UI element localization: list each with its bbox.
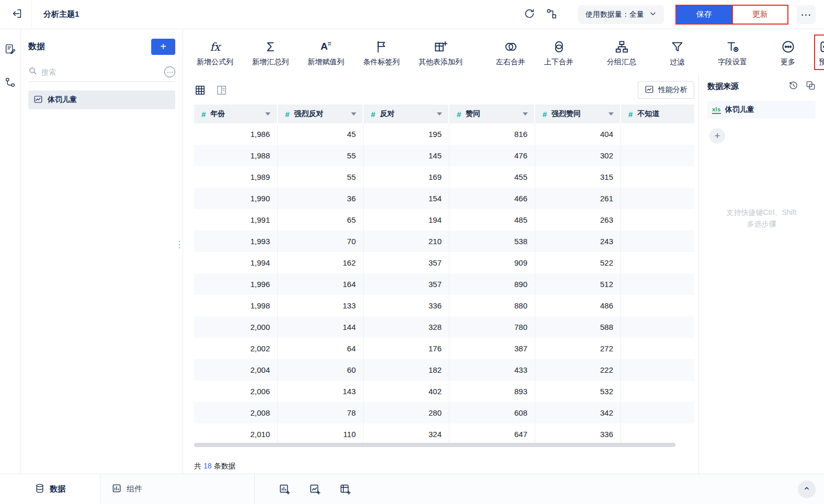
source-step-item[interactable]: xls 体罚儿童 [707,101,816,119]
table-cell[interactable]: 169 [364,166,449,188]
table-cell[interactable]: 532 [535,381,621,402]
table-cell[interactable]: 133 [278,295,364,316]
table-cell[interactable]: 608 [449,402,535,423]
tab-data[interactable]: 数据 [0,474,100,504]
column-dropdown-icon[interactable] [265,112,270,116]
data-volume-dropdown[interactable]: 使用数据量：全量 [578,5,664,24]
table-cell[interactable] [621,166,694,188]
table-cell[interactable]: 64 [278,338,364,359]
table-cell[interactable]: 144 [278,316,364,338]
table-cell[interactable]: 538 [449,231,535,252]
table-cell[interactable] [621,123,694,145]
table-cell[interactable]: 263 [535,209,621,231]
toolbar-condition-tag-column[interactable]: 条件标签列 [363,38,400,67]
toolbar-preview[interactable]: 预览 [819,38,824,67]
table-cell[interactable]: 272 [535,338,621,359]
table-cell[interactable]: 36 [278,188,364,209]
table-cell[interactable]: 182 [364,359,449,381]
table-cell[interactable] [621,402,694,423]
table-cell[interactable] [621,316,694,338]
table-cell[interactable]: 2,006 [194,381,278,402]
table-cell[interactable]: 302 [535,145,621,166]
add-data-button[interactable]: + [151,39,175,55]
table-cell[interactable]: 1,994 [194,252,278,273]
table-cell[interactable]: 2,000 [194,316,278,338]
table-cell[interactable]: 315 [535,166,621,188]
table-cell[interactable]: 195 [364,123,449,145]
table-cell[interactable]: 210 [364,231,449,252]
toolbar-more[interactable]: 更多 [781,38,795,67]
sidebar-resize-handle[interactable]: ⋮ [175,242,184,248]
arrange-icon[interactable] [806,81,816,93]
table-cell[interactable]: 402 [364,381,449,402]
table-cell[interactable] [621,188,694,209]
add-step-button[interactable]: + [709,128,725,144]
table-cell[interactable]: 194 [364,209,449,231]
performance-analysis-button[interactable]: 性能分析 [638,81,694,99]
table-cell[interactable]: 893 [449,381,535,402]
table-cell[interactable]: 162 [278,252,364,273]
table-cell[interactable]: 357 [364,273,449,295]
toolbar-assign-column[interactable]: A= 新增赋值列 [308,38,344,67]
table-cell[interactable]: 2,010 [194,423,278,445]
table-cell[interactable]: 1,988 [194,145,278,166]
table-cell[interactable]: 455 [449,166,535,188]
table-cell[interactable]: 65 [278,209,364,231]
column-dropdown-icon[interactable] [437,112,442,116]
table-cell[interactable] [621,231,694,252]
bar-chart-add-icon[interactable] [276,480,294,498]
toolbar-merge-left-right[interactable]: 左右合并 [496,38,525,67]
grid-view-toggle[interactable] [194,84,206,96]
column-dropdown-icon[interactable] [608,112,614,116]
table-cell[interactable]: 357 [364,252,449,273]
update-button[interactable]: 更新 [732,6,787,24]
table-cell[interactable] [621,295,694,316]
column-dropdown-icon[interactable] [351,112,356,116]
table-cell[interactable] [621,145,694,166]
table-column-header[interactable]: # 强烈反对 [278,105,364,123]
tab-components[interactable]: 组件 [100,474,255,504]
table-cell[interactable]: 1,990 [194,188,278,209]
table-cell[interactable]: 404 [535,123,621,145]
table-column-header[interactable]: # 反对 [364,105,449,123]
table-cell[interactable]: 2,004 [194,359,278,381]
toolbar-merge-top-bottom[interactable]: 上下合并 [544,38,573,67]
save-button[interactable]: 保存 [676,6,732,24]
table-cell[interactable] [621,359,694,381]
table-cell[interactable]: 164 [278,273,364,295]
table-cell[interactable]: 1,991 [194,209,278,231]
lineage-button[interactable] [543,6,560,24]
table-cell[interactable]: 176 [364,338,449,359]
toolbar-formula-column[interactable]: fx 新增公式列 [197,38,233,67]
collapse-panel-button[interactable] [798,480,816,498]
card-view-toggle[interactable] [216,84,228,96]
column-dropdown-icon[interactable] [523,112,528,116]
horizontal-scrollbar[interactable] [194,443,675,447]
table-cell[interactable]: 143 [278,381,364,402]
search-more-icon[interactable]: ⋯ [164,66,175,77]
table-cell[interactable] [621,338,694,359]
table-cell[interactable]: 222 [535,359,621,381]
table-cell[interactable]: 433 [449,359,535,381]
table-cell[interactable]: 336 [535,423,621,445]
toolbar-other-table-column[interactable]: 其他表添加列 [419,38,462,67]
table-cell[interactable]: 55 [278,145,364,166]
header-more-button[interactable]: ⋯ [797,5,816,24]
search-input[interactable] [41,68,160,76]
table-cell[interactable] [621,381,694,402]
table-cell[interactable]: 145 [364,145,449,166]
table-cell[interactable]: 880 [449,295,535,316]
table-cell[interactable]: 154 [364,188,449,209]
table-cell[interactable]: 324 [364,423,449,445]
table-column-header[interactable]: # 不知道 [621,105,694,123]
table-cell[interactable]: 780 [449,316,535,338]
table-cell[interactable]: 336 [364,295,449,316]
table-cell[interactable]: 55 [278,166,364,188]
table-cell[interactable]: 328 [364,316,449,338]
table-cell[interactable]: 486 [535,295,621,316]
table-cell[interactable]: 1,996 [194,273,278,295]
table-cell[interactable]: 70 [278,231,364,252]
table-cell[interactable]: 466 [449,188,535,209]
table-cell[interactable]: 243 [535,231,621,252]
history-icon[interactable] [788,81,798,93]
